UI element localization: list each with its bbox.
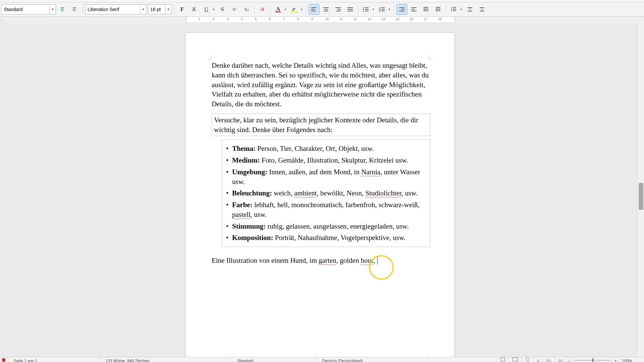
list-item[interactable]: Stimmung: ruhig, gelassen, ausgelassen, … [225, 222, 425, 231]
margin-marker [208, 56, 212, 59]
status-bar: Seite 1 von 1 133 Wörter, 949 Zeichen St… [0, 357, 644, 362]
paragraph-style-input[interactable] [2, 5, 49, 14]
bold-button[interactable]: F [177, 4, 187, 15]
separator [83, 5, 83, 14]
zoom-out-button[interactable]: − [566, 357, 572, 362]
spellcheck-word[interactable]: garten [319, 256, 336, 264]
list-frame[interactable]: Thema: Person, Tier, Charakter, Ort, Obj… [222, 139, 430, 247]
status-page[interactable]: Seite 1 von 1 [8, 357, 100, 362]
chevron-down-icon[interactable]: ▼ [49, 5, 56, 14]
list-item[interactable]: Komposition: Porträt, Nahaufnahme, Vogel… [225, 233, 425, 243]
zoom-percent[interactable]: 100% [618, 357, 644, 362]
vertical-scrollbar[interactable] [637, 22, 644, 357]
superscript-button[interactable]: X² [229, 4, 240, 15]
zoom-slider-knob[interactable] [592, 358, 593, 362]
text-run: , [373, 256, 377, 264]
document-body[interactable]: Denke darüber nach, welche Details wicht… [212, 61, 430, 270]
paragraph[interactable]: Eine Illustration von einem Hund, im gar… [212, 256, 430, 265]
increase-indent-button[interactable] [396, 4, 407, 15]
font-size-input[interactable] [148, 5, 165, 14]
increase-spacing-button[interactable] [465, 4, 475, 15]
chevron-down-icon[interactable]: ▼ [165, 5, 171, 14]
separator [306, 5, 306, 14]
formatting-toolbar: ▼ ▼ ▼ F K U ▼ S X² X₂ A A ▼ ▼ [0, 2, 644, 17]
modified-indicator-icon[interactable] [2, 358, 5, 362]
chevron-down-icon[interactable]: ▼ [387, 4, 391, 14]
align-justify-button[interactable] [345, 4, 356, 15]
separator [394, 5, 394, 14]
update-style-icon[interactable] [57, 4, 68, 15]
highlight-color-button[interactable] [289, 4, 300, 15]
status-language[interactable]: Deutsch (Deutschland) [317, 357, 428, 362]
line-spacing-button[interactable] [448, 4, 459, 15]
align-left-button[interactable] [309, 4, 319, 15]
list-item[interactable]: Thema: Person, Tier, Charakter, Ort, Obj… [225, 144, 425, 154]
decrease-spacing-button[interactable] [477, 4, 487, 15]
font-name-combo[interactable]: ▼ [85, 4, 147, 14]
selection-mode-icon[interactable] [508, 357, 522, 362]
ruler-corner-icon: ∟ [1, 18, 4, 21]
scrollbar-thumb[interactable] [639, 183, 643, 210]
list-item[interactable]: Beleuchtung: weich, ambient, bewölkt, Ne… [225, 188, 425, 198]
view-multi-page-icon[interactable]: ▯▯ [543, 357, 554, 362]
status-words[interactable]: 133 Wörter, 949 Zeichen [100, 357, 232, 362]
decrease-para-indent-button[interactable] [433, 4, 443, 15]
list-item[interactable]: Umgebung: Innen, außen, auf dem Mond, in… [225, 167, 425, 187]
separator [254, 5, 255, 14]
list-item[interactable]: Farbe: lebhaft, hell, monochromatisch, f… [225, 200, 425, 220]
text-run: , golden [336, 256, 361, 264]
paragraph[interactable]: Denke darüber nach, welche Details wicht… [212, 61, 430, 109]
separator [174, 5, 174, 14]
spellcheck-word[interactable]: hour [361, 256, 373, 264]
font-name-input[interactable] [86, 5, 140, 14]
signature-icon[interactable] [522, 357, 533, 362]
text-run: Eine Illustration von einem Hund, im [212, 256, 319, 264]
chevron-down-icon[interactable]: ▼ [140, 5, 146, 14]
new-style-icon[interactable] [69, 4, 80, 15]
separator [358, 5, 358, 14]
status-style[interactable]: Standard [232, 357, 317, 362]
text-cursor [377, 257, 378, 264]
view-single-page-icon[interactable]: ▯ [533, 357, 543, 362]
separator [446, 5, 446, 14]
align-right-button[interactable] [333, 4, 343, 15]
svg-point-2 [526, 358, 529, 361]
toolbar-standard-row [0, 0, 644, 2]
text-frame[interactable]: Versuche, klar zu sein, bezüglich jeglic… [212, 114, 430, 136]
increase-para-indent-button[interactable] [421, 4, 431, 15]
decrease-indent-button[interactable] [409, 4, 419, 15]
underline-button[interactable]: U [201, 4, 212, 15]
chevron-down-icon[interactable]: ▼ [459, 4, 463, 14]
numbered-list-button[interactable]: 123 [377, 4, 387, 15]
list-item[interactable]: Medium: Foto, Gemälde, Illustration, Sku… [225, 156, 425, 165]
chevron-down-icon[interactable]: ▼ [212, 4, 216, 14]
zoom-slider[interactable] [574, 360, 611, 361]
font-size-combo[interactable]: ▼ [148, 4, 172, 14]
svg-rect-0 [501, 358, 505, 361]
document-workspace: Denke darüber nach, welche Details wicht… [0, 22, 644, 357]
font-color-button[interactable]: A [273, 4, 283, 15]
strikethrough-button[interactable]: S [217, 4, 228, 15]
separator [270, 5, 270, 14]
chevron-down-icon[interactable]: ▼ [283, 4, 287, 14]
view-book-icon[interactable]: ▯▯ [554, 357, 566, 362]
paragraph[interactable]: Versuche, klar zu sein, bezüglich jeglic… [214, 116, 418, 134]
zoom-in-button[interactable]: + [613, 357, 618, 362]
paragraph-style-combo[interactable]: ▼ [1, 4, 56, 14]
clear-formatting-button[interactable]: A [257, 4, 268, 15]
chevron-down-icon[interactable]: ▼ [300, 4, 304, 14]
chevron-down-icon[interactable]: ▼ [371, 4, 375, 14]
subscript-button[interactable]: X₂ [241, 4, 252, 15]
align-center-button[interactable] [321, 4, 331, 15]
margin-marker [429, 56, 432, 59]
svg-rect-1 [513, 358, 518, 361]
italic-button[interactable]: K [189, 4, 200, 15]
bullet-list-button[interactable] [361, 4, 371, 15]
insert-mode-icon[interactable] [497, 357, 508, 362]
